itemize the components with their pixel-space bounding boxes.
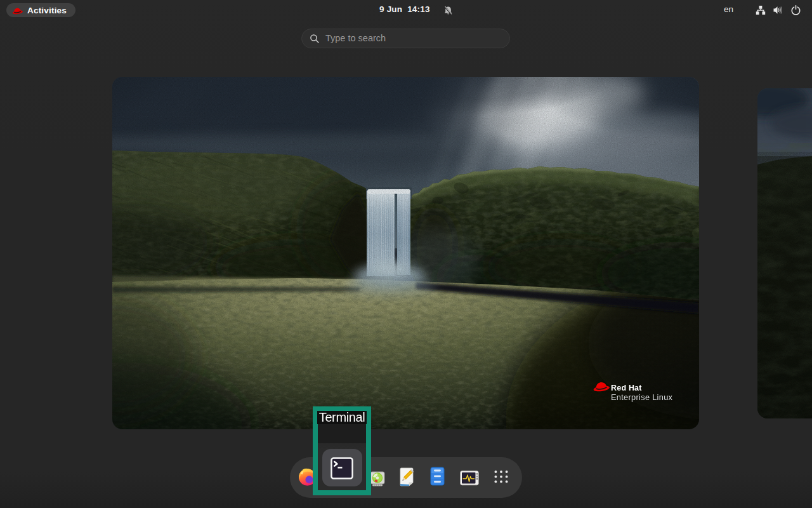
svg-text:Enterprise Linux: Enterprise Linux: [611, 392, 673, 402]
svg-text:Red Hat: Red Hat: [611, 384, 642, 392]
